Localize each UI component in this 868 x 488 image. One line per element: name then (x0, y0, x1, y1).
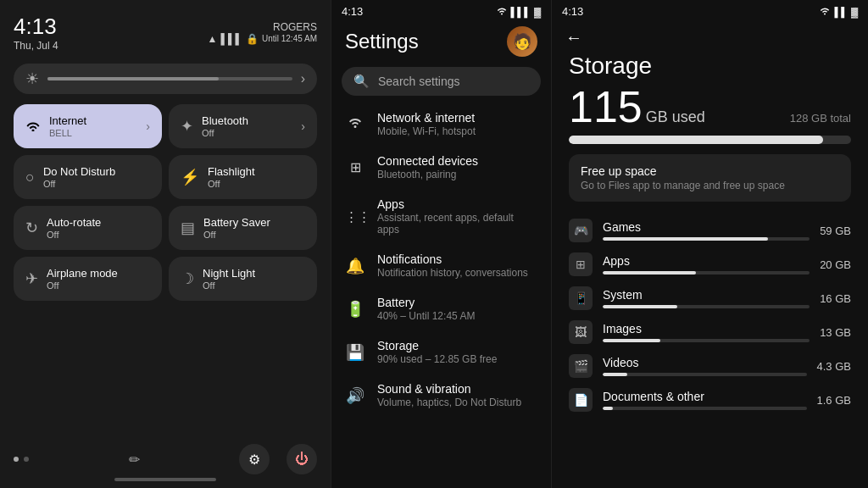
storage-item-games[interactable]: 🎮 Games 59 GB (569, 214, 851, 247)
tile-flashlight-text: Flashlight Off (208, 165, 305, 189)
videos-label: Videos (603, 356, 807, 369)
tile-dnd[interactable]: ○ Do Not Disturb Off (14, 155, 162, 199)
storage-item-videos[interactable]: 🎬 Videos 4.3 GB (569, 349, 851, 383)
apps-bar (603, 271, 810, 274)
tile-autorotate-text: Auto-rotate Off (47, 216, 150, 240)
dnd-tile-icon: ○ (25, 169, 35, 186)
brightness-expand-icon[interactable]: › (301, 71, 305, 86)
settings-item-apps[interactable]: ⋮⋮ Apps Assistant, recent apps, default … (331, 189, 551, 244)
tile-airplane-sub: Off (47, 280, 150, 291)
tile-airplane-text: Airplane mode Off (47, 267, 150, 291)
images-icon: 🖼 (569, 320, 593, 344)
system-size: 16 GB (820, 292, 851, 305)
sound-text: Sound & vibration Volume, haptics, Do No… (377, 382, 537, 408)
settings-signal-icon: ▌▌▌ (511, 7, 531, 17)
sound-icon: 🔊 (345, 386, 365, 405)
brightness-slider[interactable]: ☀ › (14, 64, 317, 94)
connected-label: Connected devices (377, 154, 537, 168)
games-size: 59 GB (820, 225, 851, 237)
storage-used-number: 115 (569, 85, 643, 129)
connected-text: Connected devices Bluetooth, pairing (377, 154, 537, 180)
battery-sub: 40% – Until 12:45 AM (377, 310, 537, 322)
search-placeholder: Search settings (378, 75, 460, 88)
internet-chevron-icon: › (146, 119, 150, 133)
tile-airplane[interactable]: ✈ Airplane mode Off (14, 257, 162, 301)
tile-nightlight[interactable]: ☽ Night Light Off (169, 257, 317, 301)
tile-battery-label: Battery Saver (203, 216, 305, 230)
free-up-space-card[interactable]: Free up space Go to Files app to manage … (569, 154, 851, 202)
network-icon (345, 115, 365, 133)
quick-settings-panel: 4:13 Thu, Jul 4 ROGERS ▲ ▌▌▌ 🔒 Until 12:… (0, 0, 331, 488)
settings-item-notifications[interactable]: 🔔 Notifications Notification history, co… (331, 244, 551, 287)
status-icons: ▲ ▌▌▌ 🔒 Until 12:45 AM (208, 33, 317, 45)
tile-dnd-text: Do Not Disturb Off (43, 165, 150, 189)
bluetooth-tile-icon: ✦ (181, 117, 193, 136)
network-label: Network & internet (377, 111, 537, 125)
brightness-track (47, 77, 292, 80)
settings-item-battery[interactable]: 🔋 Battery 40% – Until 12:45 AM (331, 287, 551, 330)
battery-text: Battery 40% – Until 12:45 AM (377, 296, 537, 322)
back-button[interactable]: ← (552, 23, 868, 53)
free-space-sub: Go to Files app to manage and free up sp… (581, 180, 839, 191)
settings-time: 4:13 (342, 5, 363, 18)
notifications-icon: 🔔 (345, 257, 365, 275)
settings-panel: 4:13 ▌▌▌ ▓ Settings 🧑 🔍 Search settings (331, 0, 552, 488)
images-bar-fill (603, 339, 660, 342)
tile-bluetooth-sub: Off (202, 128, 292, 138)
bottom-action-icons: ⚙ ⏻ (239, 444, 317, 474)
tile-airplane-label: Airplane mode (47, 267, 150, 280)
apps-storage-label: Apps (603, 254, 810, 268)
storage-item-documents[interactable]: 📄 Documents & other 1.6 GB (569, 383, 851, 417)
tile-battery-saver[interactable]: ▤ Battery Saver Off (169, 206, 317, 250)
lock-icon: 🔒 (246, 33, 259, 45)
settings-search-bar[interactable]: 🔍 Search settings (342, 67, 541, 96)
user-avatar[interactable]: 🧑 (507, 26, 537, 57)
power-button[interactable]: ⏻ (287, 444, 317, 474)
storage-battery-icon: ▓ (851, 7, 858, 17)
images-label: Images (603, 322, 810, 336)
storage-item-apps[interactable]: ⊞ Apps 20 GB (569, 247, 851, 281)
dot-2 (24, 457, 29, 462)
quick-tiles-grid: Internet BELL › ✦ Bluetooth Off › ○ Do N… (14, 104, 317, 301)
system-bar (603, 305, 810, 308)
network-sub: Mobile, Wi-Fi, hotspot (377, 125, 537, 137)
settings-item-network[interactable]: Network & internet Mobile, Wi-Fi, hotspo… (331, 103, 551, 146)
storage-progress-fill (569, 136, 823, 144)
network-text: Network & internet Mobile, Wi-Fi, hotspo… (377, 111, 537, 137)
flashlight-tile-icon: ⚡ (181, 168, 199, 186)
tile-nightlight-sub: Off (203, 280, 305, 291)
wifi-icon: ▲ (208, 33, 218, 45)
quick-settings-bottom: ✏ ⚙ ⏻ (14, 437, 317, 478)
storage-item-images[interactable]: 🖼 Images 13 GB (569, 315, 851, 349)
tile-bluetooth[interactable]: ✦ Bluetooth Off › (169, 104, 317, 148)
status-bar: 4:13 Thu, Jul 4 ROGERS ▲ ▌▌▌ 🔒 Until 12:… (14, 10, 317, 57)
storage-item-system[interactable]: 📱 System 16 GB (569, 281, 851, 315)
time-display: 4:13 (14, 14, 58, 40)
storage-status-icons: ▌▌ ▓ (819, 6, 858, 18)
documents-size: 1.6 GB (817, 394, 851, 407)
images-bar (603, 339, 810, 342)
bluetooth-chevron-icon: › (301, 119, 305, 133)
settings-item-storage[interactable]: 💾 Storage 90% used – 12.85 GB free (331, 330, 551, 374)
tile-autorotate[interactable]: ↻ Auto-rotate Off (14, 206, 162, 250)
tile-flashlight-label: Flashlight (208, 165, 305, 179)
tile-internet[interactable]: Internet BELL › (14, 104, 162, 148)
brightness-fill (47, 77, 219, 80)
storage-icon: 💾 (345, 343, 365, 362)
battery-saver-tile-icon: ▤ (181, 219, 195, 237)
videos-bar (603, 373, 807, 376)
lock-time: Until 12:45 AM (262, 34, 317, 43)
system-label: System (603, 288, 810, 302)
sound-label: Sound & vibration (377, 382, 537, 396)
edit-icon[interactable]: ✏ (129, 452, 140, 468)
system-bar-fill (603, 305, 677, 308)
settings-button[interactable]: ⚙ (239, 444, 270, 474)
tile-bluetooth-label: Bluetooth (202, 114, 292, 128)
documents-label: Documents & other (603, 390, 807, 403)
system-icon: 📱 (569, 286, 593, 310)
settings-item-sound[interactable]: 🔊 Sound & vibration Volume, haptics, Do … (331, 374, 551, 417)
tile-battery-sub: Off (203, 230, 305, 240)
settings-item-connected[interactable]: ⊞ Connected devices Bluetooth, pairing (331, 146, 551, 189)
tile-flashlight[interactable]: ⚡ Flashlight Off (169, 155, 317, 199)
brightness-icon: ☀ (25, 69, 39, 88)
